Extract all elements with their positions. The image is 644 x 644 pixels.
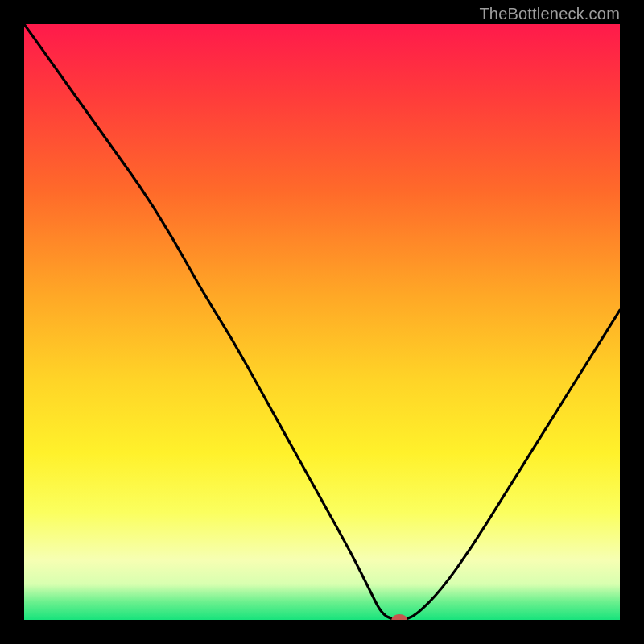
curve-layer (24, 24, 620, 620)
minimum-marker (391, 614, 407, 620)
attribution-text: TheBottleneck.com (479, 5, 620, 23)
bottleneck-curve (24, 24, 620, 620)
plot-area (24, 24, 620, 620)
chart-frame: TheBottleneck.com (0, 0, 644, 644)
